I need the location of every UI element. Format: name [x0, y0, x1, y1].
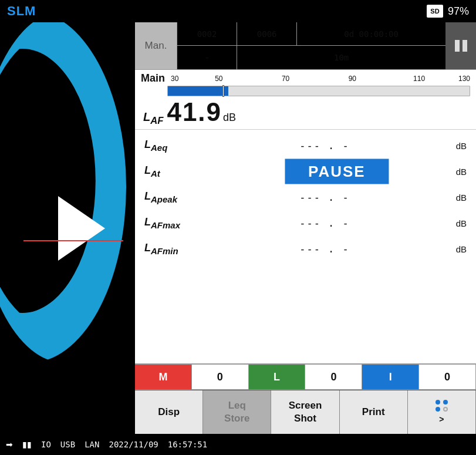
left-decoration: [0, 22, 135, 434]
grid-row-2: - 10m: [177, 46, 445, 69]
meter-l: L: [249, 365, 306, 389]
time-display: 16:57:51: [168, 440, 207, 449]
scale-70: 70: [252, 75, 319, 83]
scale-90: 90: [319, 75, 386, 83]
laf-value: 41.9: [167, 97, 222, 127]
leq-store-button: LeqStore: [203, 390, 271, 434]
measurements-section: LAeq --- . - dB LAt PAUSE dB LApeak --- …: [135, 130, 476, 363]
dots-row-bottom: [436, 407, 448, 412]
laf-l: L: [143, 110, 150, 123]
scale-50: 50: [185, 75, 252, 83]
main-content: Man. 0002 0006 0d 00:00:00 - 10m: [0, 22, 476, 434]
meter-l-value: 0: [305, 365, 362, 389]
meas-unit-lat: dB: [446, 167, 467, 177]
level-bar-track: [167, 86, 470, 96]
cell-10m: 10m: [237, 46, 445, 69]
disp-button[interactable]: Disp: [135, 390, 203, 434]
pause-icon: [455, 40, 467, 52]
meter-i: I: [362, 365, 419, 389]
pause-bar-right: [463, 40, 467, 52]
laf-unit: dB: [223, 112, 236, 124]
dot2: [443, 400, 448, 405]
scale-row: 30 50 70 90 110 130: [171, 75, 470, 83]
level-bar-row: [167, 86, 470, 96]
meas-value-lapeak: --- . -: [299, 191, 350, 203]
red-indicator-line: [23, 240, 123, 241]
meas-row-lat: LAt PAUSE dB: [144, 160, 467, 183]
pause-overlay[interactable]: PAUSE: [285, 159, 389, 184]
meas-label-lafmin: LAFmin: [144, 242, 203, 256]
arrow-right-icon: ➡: [6, 440, 13, 449]
screen: SLM SD 97% Man. 0002: [0, 0, 476, 455]
pause-button-cell[interactable]: [445, 22, 476, 69]
scale-110: 110: [386, 75, 453, 83]
dot3: [436, 407, 440, 412]
meas-unit-lafmin: dB: [446, 244, 467, 254]
level-bar-fill: [168, 86, 228, 96]
meas-label-laeq: LAeq: [144, 139, 203, 153]
top-header-grid: Man. 0002 0006 0d 00:00:00 - 10m: [135, 22, 476, 70]
meas-value-lafmax: --- . -: [299, 217, 350, 229]
meas-value-lafmin: --- . -: [299, 243, 350, 255]
meas-unit-lapeak: dB: [446, 193, 467, 203]
lan-label: LAN: [85, 440, 99, 449]
meas-unit-lafmax: dB: [446, 218, 467, 228]
meter-m: M: [135, 365, 192, 389]
meas-label-lafmax: LAFmax: [144, 216, 203, 230]
top-bar-right: SD 97%: [427, 5, 469, 18]
grid-cells: 0002 0006 0d 00:00:00 - 10m: [177, 22, 445, 69]
main-label-row: Main 30 50 70 90 110 130: [141, 72, 470, 85]
scale-130: 130: [453, 75, 470, 83]
action-row: Disp LeqStore ScreenShot Print: [135, 390, 476, 434]
arrow-icon: [58, 196, 105, 261]
more-chevron: >: [439, 414, 444, 424]
io-label: IO: [41, 440, 51, 449]
meas-label-lapeak: LApeak: [144, 190, 203, 204]
right-panel: Man. 0002 0006 0d 00:00:00 - 10m: [135, 22, 476, 434]
meas-value-laeq: --- . -: [299, 140, 350, 151]
meas-row-lafmin: LAFmin --- . - dB: [144, 238, 467, 260]
more-dots: >: [436, 400, 448, 424]
meas-label-lat: LAt: [144, 164, 203, 178]
meas-unit-laeq: dB: [446, 141, 467, 151]
grid-row-1: 0002 0006 0d 00:00:00: [177, 22, 445, 46]
battery-indicator: 97%: [448, 5, 469, 18]
meter-m-value: 0: [192, 365, 249, 389]
cell-time: 0d 00:00:00: [297, 22, 445, 45]
meter-row: M 0 L 0 I 0: [135, 363, 476, 390]
dot1: [436, 400, 440, 405]
meter-i-value: 0: [419, 365, 476, 389]
pause-bar-left: [455, 40, 460, 52]
screen-shot-button[interactable]: ScreenShot: [271, 390, 339, 434]
cell-dash: -: [177, 46, 237, 69]
print-button[interactable]: Print: [340, 390, 408, 434]
date-display: 2022/11/09: [109, 440, 158, 449]
app-title: SLM: [7, 4, 36, 19]
main-label: Main: [141, 72, 167, 85]
main-section: Main 30 50 70 90 110 130: [135, 70, 476, 130]
scale-30: 30: [171, 75, 185, 83]
laf-sub: AF: [150, 115, 163, 126]
laf-row: LAF 41.9 dB: [141, 97, 470, 127]
top-bar: SLM SD 97%: [0, 0, 476, 22]
usb-label: USB: [60, 440, 75, 449]
sd-icon: SD: [427, 5, 443, 18]
meas-row-lapeak: LApeak --- . - dB: [144, 186, 467, 208]
more-button[interactable]: >: [408, 390, 476, 434]
level-bar-marker: [222, 85, 224, 97]
battery-status-icon: ▮▮: [22, 440, 32, 449]
man-label: Man.: [135, 22, 177, 69]
meas-row-lafmax: LAFmax --- . - dB: [144, 212, 467, 234]
cell-0006: 0006: [237, 22, 297, 45]
meas-row-laeq: LAeq --- . - dB: [144, 134, 467, 157]
dots-row-top: [436, 400, 448, 405]
cell-0002: 0002: [177, 22, 237, 45]
dot4: [443, 407, 448, 412]
status-bar: ➡ ▮▮ IO USB LAN 2022/11/09 16:57:51: [0, 434, 476, 455]
laf-label: LAF: [143, 110, 163, 127]
